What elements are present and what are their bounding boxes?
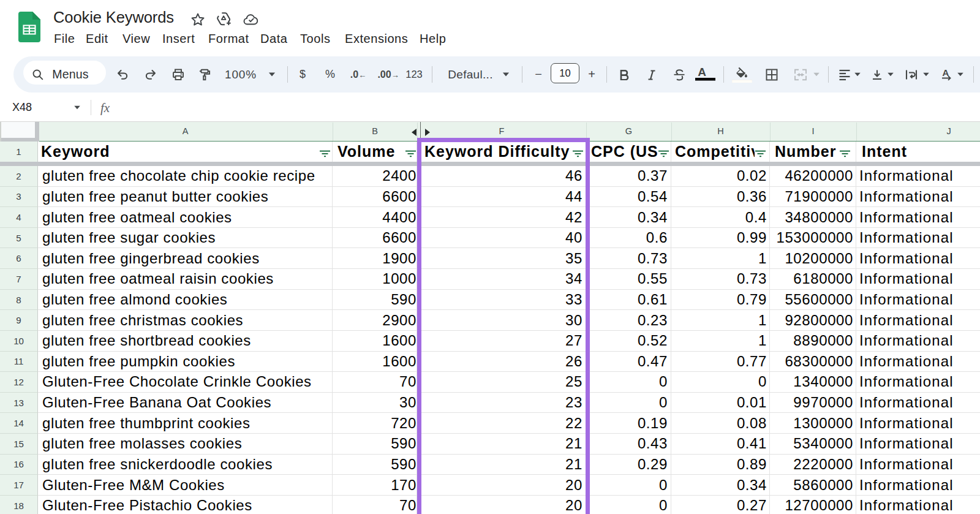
svg-text:fx: fx [100,100,110,115]
svg-text:A: A [698,67,706,78]
svg-text:A: A [943,68,949,78]
